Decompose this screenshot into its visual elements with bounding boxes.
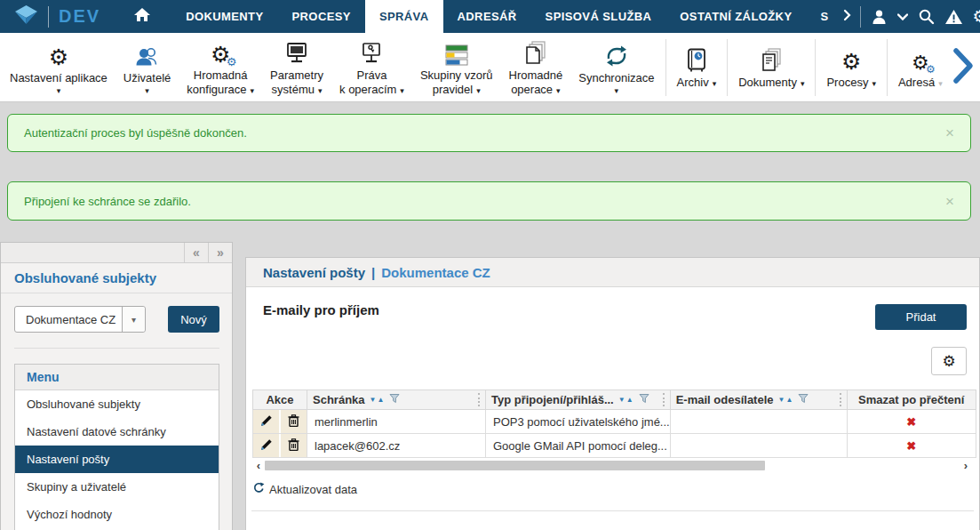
application-window: DEV DOKUMENTY PROCESY SPRÁVA ADRESÁŘ SPI…	[0, 0, 980, 530]
close-icon[interactable]: ×	[945, 194, 954, 209]
edit-button[interactable]	[253, 410, 279, 433]
scrollbar-thumb[interactable]	[265, 461, 765, 470]
toolbar-divider	[815, 39, 816, 96]
sort-icons[interactable]: ▼▲	[618, 396, 634, 404]
column-resize-handle[interactable]	[663, 393, 665, 406]
chevron-down-icon: ▾	[57, 86, 61, 95]
tab-spisova-sluzba[interactable]: SPISOVÁ SLUŽBA	[531, 0, 666, 33]
toolbar-item-label: Adresá	[898, 76, 935, 89]
app-logo[interactable]: DEV	[0, 0, 113, 33]
connection-type-cell: Google GMail API pomocí deleg...	[486, 434, 671, 458]
toolbar-item-synchronizace[interactable]: Synchronizace ▾	[570, 40, 662, 95]
success-alert: Připojení ke schránce se zdařilo. ×	[7, 181, 971, 221]
toolbar-overflow-next-button[interactable]	[952, 47, 978, 88]
scrollbar-track[interactable]	[265, 460, 960, 471]
toolbar-item-skupiny-vzoru-pravidel[interactable]: Skupiny vzorů pravidel▾	[412, 37, 501, 98]
toolbar-item-adresar-truncated[interactable]: ⚙⚙ Adresá▾	[890, 44, 951, 91]
toolbar-item-parametry-systemu[interactable]: Parametry systému▾	[262, 37, 331, 98]
trash-icon	[288, 438, 299, 454]
user-menu-chevron-down-icon[interactable]	[897, 13, 908, 20]
gear-icon: ⚙	[49, 40, 68, 68]
chevron-down-icon: ▾	[713, 79, 717, 88]
home-button[interactable]	[113, 0, 171, 33]
toolbar-item-hromadne-operace[interactable]: Hromadné operace▾	[501, 37, 571, 98]
filter-icon[interactable]	[389, 393, 400, 406]
monitor-key-icon	[360, 37, 383, 66]
column-header-schranka[interactable]: Schránka ▼▲	[307, 390, 486, 410]
add-email-button[interactable]: Přidat	[875, 304, 967, 330]
toolbar-item-uzivatele[interactable]: Uživatelé ▾	[116, 40, 179, 95]
table-settings-button[interactable]: ⚙	[931, 347, 967, 375]
main-body: E-maily pro příjem Přidat ⚙ Akce Schránk…	[246, 287, 979, 530]
menu-item-nastaveni-posty[interactable]: Nastavení pošty	[15, 446, 219, 473]
chevron-down-icon: ▾	[615, 86, 619, 95]
chevron-down-icon: ▾	[400, 86, 404, 95]
horizontal-scrollbar[interactable]: ‹ ›	[252, 460, 972, 471]
subject-select[interactable]: Dokumentace CZ ▾	[14, 306, 146, 333]
toolbar-item-nastaveni-aplikace[interactable]: ⚙ Nastavení aplikace ▾	[2, 40, 116, 95]
users-icon	[134, 40, 161, 68]
top-navigation-bar: DEV DOKUMENTY PROCESY SPRÁVA ADRESÁŘ SPI…	[0, 0, 980, 33]
settings-gear-icon[interactable]: ⚙	[973, 8, 980, 25]
toolbar-item-hromadna-konfigurace[interactable]: ⚙⚙ Hromadná konfigurace▾	[179, 37, 262, 98]
toolbar-item-label: Hromadné	[509, 68, 563, 83]
nav-overflow-button[interactable]	[834, 0, 860, 33]
toolbar-item-label: Procesy	[826, 76, 868, 89]
sync-icon	[604, 40, 629, 68]
toolbar-item-archiv[interactable]: Archiv▾	[669, 44, 725, 91]
filter-icon[interactable]	[639, 393, 649, 406]
toolbar-item-label: k operacím	[339, 83, 396, 96]
tab-truncated[interactable]: S	[806, 0, 833, 33]
toolbar-item-label: pravidel	[433, 83, 474, 96]
delete-button[interactable]	[281, 434, 307, 457]
sort-icons[interactable]: ▼▲	[370, 396, 386, 404]
menu-item-nastaveni-datove-schranky[interactable]: Nastavení datové schránky	[15, 418, 219, 446]
scroll-left-icon[interactable]: ‹	[252, 461, 265, 471]
column-resize-handle[interactable]	[840, 393, 841, 406]
toolbar-item-label: Synchronizace	[578, 71, 654, 85]
toolbar-item-label: Parametry	[270, 68, 323, 83]
toolbar-item-dokumenty[interactable]: Dokumenty▾	[730, 44, 812, 91]
admin-toolbar: ⚙ Nastavení aplikace ▾ Uživatelé ▾ ⚙⚙ Hr…	[0, 33, 980, 102]
toolbar-item-label: Uživatelé	[123, 71, 171, 85]
refresh-label: Aktualizovat data	[269, 483, 357, 496]
refresh-data-link[interactable]: Aktualizovat data	[253, 482, 357, 496]
sidebar-heading: Obsluhované subjekty	[1, 263, 232, 293]
search-icon[interactable]	[918, 8, 935, 25]
toolbar-item-prava-k-operacim[interactable]: Práva k operacím▾	[331, 37, 412, 98]
tab-procesy[interactable]: PROCESY	[278, 0, 365, 33]
menu-item-vychozi-hodnoty[interactable]: Výchozí hodnoty	[15, 501, 219, 528]
breadcrumb-separator: |	[371, 265, 375, 280]
new-subject-button[interactable]: Nový	[168, 306, 219, 333]
toolbar-item-label: Archiv	[677, 76, 709, 89]
column-header-email-odesilatele[interactable]: E-mail odesílatele ▼▲	[670, 390, 847, 410]
delete-button[interactable]	[281, 410, 307, 433]
menu-item-obsluhovane-subjekty[interactable]: Obsluhované subjekty	[15, 390, 219, 418]
column-resize-handle[interactable]	[478, 393, 480, 406]
tab-sprava[interactable]: SPRÁVA	[365, 0, 443, 33]
sort-icons[interactable]: ▼▲	[778, 396, 794, 404]
scroll-right-icon[interactable]: ›	[960, 461, 972, 471]
column-header-typ-pripojeni[interactable]: Typ připojení/přihláš... ▼▲	[486, 390, 671, 410]
table-header-row: Akce Schránka ▼▲ Typ připojení/při	[253, 390, 976, 410]
edit-button[interactable]	[253, 434, 279, 457]
collapse-left-icon[interactable]: «	[184, 243, 208, 262]
warning-icon[interactable]	[944, 9, 963, 25]
tab-dokumenty[interactable]: DOKUMENTY	[171, 0, 277, 33]
collapse-right-icon[interactable]: »	[208, 243, 232, 262]
chevron-down-icon: ▾	[145, 86, 149, 95]
menu-item-skupiny-a-uzivatele[interactable]: Skupiny a uživatelé	[15, 473, 219, 501]
toolbar-item-label: Dokumenty	[738, 76, 797, 89]
subject-select-value: Dokumentace CZ	[15, 307, 122, 332]
column-label: Typ připojení/přihláš...	[491, 393, 614, 406]
tab-adresar[interactable]: ADRESÁŘ	[443, 0, 531, 33]
toolbar-item-procesy[interactable]: ⚙ Procesy▾	[818, 44, 884, 91]
tab-ostatni-zalozky[interactable]: OSTATNÍ ZÁLOŽKY	[665, 0, 806, 33]
gear-icon: ⚙	[841, 44, 861, 73]
delete-after-read-cell: ✖	[847, 434, 976, 458]
user-account-button[interactable]	[871, 9, 888, 25]
gears-icon: ⚙⚙	[912, 44, 929, 73]
close-icon[interactable]: ×	[945, 125, 954, 141]
filter-icon[interactable]	[798, 393, 809, 406]
documents-stack-icon	[523, 37, 548, 66]
